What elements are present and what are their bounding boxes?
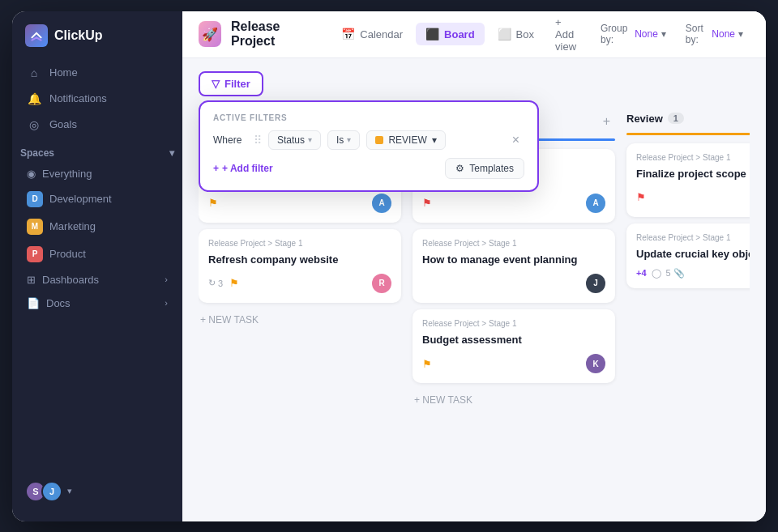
status-color-dot bbox=[375, 136, 383, 144]
filter-label: Filter bbox=[224, 78, 250, 90]
tab-board[interactable]: ⬛ Board bbox=[416, 23, 485, 45]
docs-icon: 📄 bbox=[27, 297, 40, 309]
flag-icon: ⚑ bbox=[208, 197, 218, 209]
table-row[interactable]: Release Project > Stage 1 How to manage … bbox=[413, 229, 615, 303]
home-icon: ⌂ bbox=[27, 66, 41, 79]
filter-actions: + + Add filter ⚙ Templates bbox=[213, 158, 524, 179]
sidebar-item-everything[interactable]: ◉ Everything bbox=[19, 162, 176, 185]
sidebar-item-docs[interactable]: 📄 Docs › bbox=[19, 292, 176, 315]
table-row[interactable]: Release Project > Stage 1 Budget assessm… bbox=[413, 309, 615, 383]
sort-by-button[interactable]: Sort by: None ▾ bbox=[679, 19, 750, 49]
card-title: Refresh company website bbox=[208, 253, 391, 267]
templates-button[interactable]: ⚙ Templates bbox=[445, 158, 524, 179]
top-bar: 🚀 Release Project 📅 Calendar ⬛ Board ⬜ B… bbox=[182, 11, 766, 58]
sort-by-chevron: ▾ bbox=[738, 28, 743, 40]
is-label: Is bbox=[336, 134, 344, 146]
new-task-label: + NEW TASK bbox=[414, 394, 472, 406]
column-add-btn-todo[interactable]: + bbox=[598, 113, 615, 130]
card-footer: ⚑ A bbox=[636, 188, 750, 207]
status-filter-pill[interactable]: Status ▾ bbox=[268, 130, 321, 150]
new-task-button-in-progress[interactable]: + NEW TASK bbox=[199, 309, 401, 330]
logo: ClickUp bbox=[12, 24, 182, 60]
docs-arrow: › bbox=[165, 298, 168, 308]
avatar: A bbox=[372, 194, 391, 213]
product-dot: P bbox=[27, 246, 43, 262]
filter-close-button[interactable]: × bbox=[507, 131, 524, 149]
card-footer: ⚑ K bbox=[422, 354, 605, 373]
avatar: J bbox=[586, 274, 605, 293]
drag-handle-icon: ⠿ bbox=[254, 134, 262, 147]
new-task-button-todo[interactable]: + NEW TASK bbox=[413, 389, 615, 411]
sidebar-item-dashboards[interactable]: ⊞ Dashboards › bbox=[19, 268, 176, 292]
sidebar-item-product[interactable]: P Product bbox=[19, 240, 176, 268]
attach-info: 5 📎 bbox=[666, 268, 685, 279]
card-title: How to manage event planning bbox=[422, 253, 605, 267]
flag-icon: ⚑ bbox=[422, 358, 432, 370]
sidebar-item-development[interactable]: D Development bbox=[19, 185, 176, 213]
status-pill-arrow: ▾ bbox=[308, 135, 312, 144]
card-footer: J bbox=[422, 274, 605, 293]
sidebar-label-home: Home bbox=[49, 66, 78, 79]
card-project: Release Project > Stage 1 bbox=[422, 319, 605, 328]
sidebar-label-goals: Goals bbox=[49, 118, 77, 130]
templates-icon: ⚙ bbox=[455, 163, 464, 174]
logo-text: ClickUp bbox=[54, 28, 103, 43]
avatar: A bbox=[586, 194, 605, 213]
attach-count: 5 bbox=[666, 268, 671, 278]
sidebar-item-home[interactable]: ⌂ Home bbox=[19, 60, 176, 86]
add-filter-button[interactable]: + + Add filter bbox=[213, 163, 273, 174]
tab-box[interactable]: ⬜ Box bbox=[488, 23, 544, 45]
sidebar-item-goals[interactable]: ◎ Goals bbox=[19, 112, 176, 138]
card-footer: ⚑ A bbox=[422, 194, 605, 213]
is-filter-pill[interactable]: Is ▾ bbox=[327, 130, 360, 150]
table-row[interactable]: Release Project > Stage 1 Update crucial… bbox=[626, 223, 750, 288]
topbar-right: Group by: None ▾ Sort by: None ▾ bbox=[594, 19, 750, 49]
marketing-label: Marketing bbox=[49, 220, 96, 232]
footer-arrow: ▾ bbox=[67, 486, 72, 496]
where-label: Where bbox=[213, 134, 247, 146]
spaces-list: ◉ Everything D Development M Marketing P… bbox=[12, 162, 182, 268]
group-by-button[interactable]: Group by: None ▾ bbox=[594, 19, 673, 49]
avatar: K bbox=[586, 354, 605, 373]
sort-by-value: None bbox=[712, 28, 735, 40]
flag-icon: ⚑ bbox=[422, 197, 432, 209]
tab-calendar[interactable]: 📅 Calendar bbox=[331, 23, 413, 45]
card-count: ↻ 3 bbox=[208, 278, 223, 288]
main-content: 🚀 Release Project 📅 Calendar ⬛ Board ⬜ B… bbox=[182, 11, 766, 521]
filter-row: Where ⠿ Status ▾ Is ▾ REVIEW ▾ bbox=[213, 130, 524, 150]
table-row[interactable]: Release Project > Stage 1 Refresh compan… bbox=[199, 229, 401, 303]
count-value: 3 bbox=[218, 279, 223, 288]
product-label: Product bbox=[49, 248, 86, 260]
card-meta: ↻ 3 ⚑ bbox=[208, 277, 239, 289]
spaces-label: Spaces bbox=[20, 147, 54, 159]
project-icon: 🚀 bbox=[199, 21, 221, 47]
everything-label: Everything bbox=[42, 168, 92, 180]
add-view-label: + Add view bbox=[555, 16, 576, 53]
dashboards-icon: ⊞ bbox=[27, 274, 36, 286]
card-project: Release Project > Stage 1 bbox=[636, 233, 750, 242]
active-filters-header: ACTIVE FILTERS bbox=[213, 113, 524, 122]
avatar: R bbox=[372, 274, 391, 293]
add-view-button[interactable]: + Add view bbox=[547, 11, 584, 57]
calendar-label: Calendar bbox=[360, 28, 403, 40]
dashboards-arrow: › bbox=[165, 275, 168, 284]
column-title-left: Review 1 bbox=[626, 113, 684, 125]
card-footer: ⚑ A bbox=[208, 194, 391, 213]
status-value-badge[interactable]: REVIEW ▾ bbox=[366, 130, 445, 150]
card-meta-row: +4 ◯ 5 📎 bbox=[636, 268, 750, 279]
sidebar-footer: S J ▾ bbox=[12, 475, 182, 509]
board-label: Board bbox=[444, 28, 475, 40]
sidebar-item-notifications[interactable]: 🔔 Notifications bbox=[19, 86, 176, 112]
card-project: Release Project > Stage 1 bbox=[636, 153, 750, 162]
column-review: Review 1 Release Project > Stage 1 Final… bbox=[626, 113, 750, 509]
goals-icon: ◎ bbox=[27, 118, 41, 131]
sidebar-item-marketing[interactable]: M Marketing bbox=[19, 213, 176, 240]
filter-button[interactable]: ▽ Filter bbox=[199, 71, 263, 96]
column-underline-review bbox=[626, 133, 750, 135]
spaces-section-header[interactable]: Spaces ▾ bbox=[12, 138, 182, 162]
filter-icon: ▽ bbox=[212, 78, 220, 90]
card-title: Budget assessment bbox=[422, 333, 605, 347]
circle-icon: ◯ bbox=[652, 268, 661, 279]
table-row[interactable]: Release Project > Stage 1 Finalize proje… bbox=[626, 143, 750, 217]
avatar-user2[interactable]: J bbox=[41, 481, 62, 502]
